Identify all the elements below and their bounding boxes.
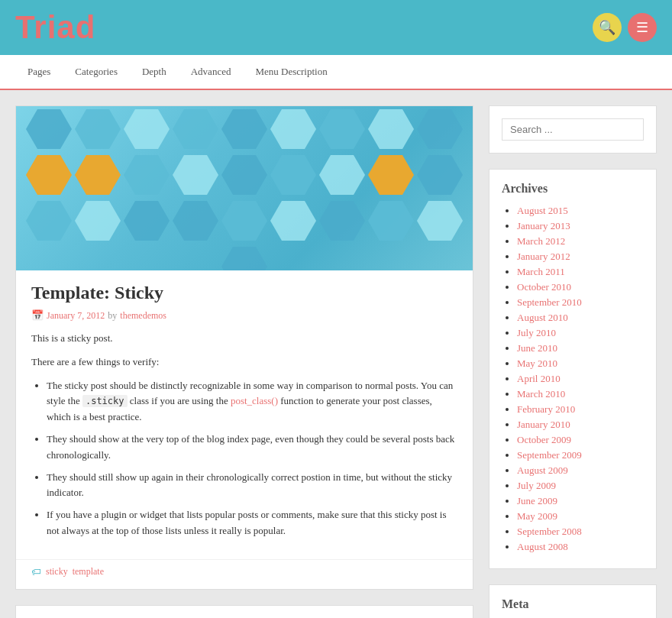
archive-link[interactable]: August 2010 xyxy=(517,312,568,323)
hex-tile xyxy=(124,155,170,195)
archive-link[interactable]: August 2015 xyxy=(517,205,568,216)
code-sticky: .sticky xyxy=(82,395,128,407)
archive-link[interactable]: July 2010 xyxy=(517,327,556,338)
post-meta: 📅 January 7, 2012 by themedemos xyxy=(31,309,457,322)
archive-link[interactable]: February 2010 xyxy=(517,403,575,415)
archive-list-item: August 2009 xyxy=(517,464,644,477)
nav-item-categories[interactable]: Categories xyxy=(63,55,130,89)
hex-tile xyxy=(270,109,316,149)
archives-widget: Archives August 2015January 2013March 20… xyxy=(489,169,657,569)
post-intro: This is a sticky post. xyxy=(31,331,457,347)
archive-list-item: August 2010 xyxy=(517,312,644,324)
archive-link[interactable]: June 2009 xyxy=(517,495,557,506)
post-intro2: There are a few things to verify: xyxy=(31,354,457,370)
archive-link[interactable]: March 2010 xyxy=(517,388,565,400)
archives-title: Archives xyxy=(502,182,644,196)
nav-item-advanced[interactable]: Advanced xyxy=(179,55,244,89)
header-menu-button[interactable]: ☰ xyxy=(628,13,657,42)
archive-list-item: August 2008 xyxy=(517,541,644,553)
archive-link[interactable]: March 2011 xyxy=(517,266,565,277)
archive-list-item: July 2009 xyxy=(517,480,644,492)
archive-list-item: February 2010 xyxy=(517,403,644,416)
post-body-hw: Hello world! 📅 August 10, 2015 by admin … xyxy=(16,606,473,618)
hex-tile xyxy=(173,109,218,149)
hex-tile xyxy=(319,201,365,241)
hex-tile xyxy=(221,155,267,195)
sidebar: Archives August 2015January 2013March 20… xyxy=(489,105,657,618)
list-item: If you have a plugin or widget that list… xyxy=(47,507,457,539)
archive-link[interactable]: June 2010 xyxy=(517,342,557,354)
calendar-icon: 📅 xyxy=(31,309,44,322)
archive-link[interactable]: April 2010 xyxy=(517,373,561,384)
post-date-link[interactable]: January 7, 2012 xyxy=(47,310,105,322)
archive-list: August 2015January 2013March 2012January… xyxy=(502,205,644,553)
archive-list-item: July 2010 xyxy=(517,327,644,339)
archive-link[interactable]: May 2009 xyxy=(517,510,557,522)
archive-link[interactable]: August 2009 xyxy=(517,464,568,476)
list-item: They should still show up again in their… xyxy=(47,470,457,502)
nav-item-menu-description[interactable]: Menu Description xyxy=(243,55,339,89)
archive-list-item: January 2010 xyxy=(517,419,644,431)
archive-list-item: October 2010 xyxy=(517,281,644,293)
header-search-button[interactable]: 🔍 xyxy=(593,13,622,42)
hex-tile xyxy=(221,247,267,270)
header-icons: 🔍 ☰ xyxy=(593,13,657,42)
archive-link[interactable]: July 2009 xyxy=(517,480,556,491)
archive-link[interactable]: May 2010 xyxy=(517,358,557,369)
main-content: Template: Sticky 📅 January 7, 2012 by th… xyxy=(15,105,473,618)
featured-image xyxy=(16,106,473,270)
hex-tile xyxy=(221,109,267,149)
hex-tile xyxy=(417,201,463,241)
hex-tile xyxy=(75,201,121,241)
archive-link[interactable]: January 2012 xyxy=(517,251,570,262)
hex-tile xyxy=(124,109,170,149)
archive-list-item: March 2010 xyxy=(517,388,644,400)
archive-list-item: September 2009 xyxy=(517,449,644,461)
main-nav: Pages Categories Depth Advanced Menu Des… xyxy=(0,55,672,90)
archive-link[interactable]: January 2010 xyxy=(517,419,570,430)
archive-list-item: May 2010 xyxy=(517,358,644,370)
hex-tile-gold xyxy=(368,155,414,195)
archive-link[interactable]: October 2009 xyxy=(517,434,571,445)
post-class-link[interactable]: post_class() xyxy=(231,395,278,406)
meta-widget: Meta Log in xyxy=(489,584,657,618)
tag-sticky[interactable]: sticky xyxy=(46,566,68,578)
hex-tile-gold xyxy=(26,155,72,195)
archive-list-item: June 2010 xyxy=(517,342,644,354)
archive-list-item: September 2010 xyxy=(517,296,644,309)
archive-link[interactable]: September 2009 xyxy=(517,449,582,461)
post-hello-world: Hello world! 📅 August 10, 2015 by admin … xyxy=(15,605,473,618)
tag-icon: 🏷 xyxy=(31,566,41,578)
archive-link[interactable]: September 2008 xyxy=(517,526,582,537)
nav-item-pages[interactable]: Pages xyxy=(15,55,63,89)
archive-list-item: March 2011 xyxy=(517,266,644,278)
search-widget xyxy=(489,105,657,154)
archive-list-item: January 2013 xyxy=(517,220,644,232)
search-input[interactable] xyxy=(502,118,644,141)
archive-link[interactable]: January 2013 xyxy=(517,220,570,231)
hex-tile xyxy=(75,109,121,149)
archive-link[interactable]: March 2012 xyxy=(517,235,565,247)
hex-tile xyxy=(319,155,365,195)
post-author-link[interactable]: themedemos xyxy=(120,310,166,322)
archive-list-item: September 2008 xyxy=(517,526,644,538)
archive-link[interactable]: October 2010 xyxy=(517,281,571,293)
archive-list-item: January 2012 xyxy=(517,251,644,263)
hex-grid xyxy=(16,106,473,270)
tag-template[interactable]: template xyxy=(73,566,104,578)
nav-item-depth[interactable]: Depth xyxy=(130,55,179,89)
post-body: Template: Sticky 📅 January 7, 2012 by th… xyxy=(16,270,473,559)
hex-tile xyxy=(26,201,72,241)
site-header: Triad 🔍 ☰ xyxy=(0,0,672,55)
archive-list-item: April 2010 xyxy=(517,373,644,385)
archive-link[interactable]: September 2010 xyxy=(517,296,582,308)
post-verify-list: The sticky post should be distinctly rec… xyxy=(47,378,457,539)
hex-tile xyxy=(319,109,365,149)
list-item: They should show at the very top of the … xyxy=(47,432,457,464)
hex-tile xyxy=(270,201,316,241)
hex-tile xyxy=(173,201,218,241)
post-meta-by: by xyxy=(108,310,117,322)
archive-list-item: May 2009 xyxy=(517,510,644,523)
site-title: Triad xyxy=(15,9,95,46)
archive-link[interactable]: August 2008 xyxy=(517,541,568,552)
